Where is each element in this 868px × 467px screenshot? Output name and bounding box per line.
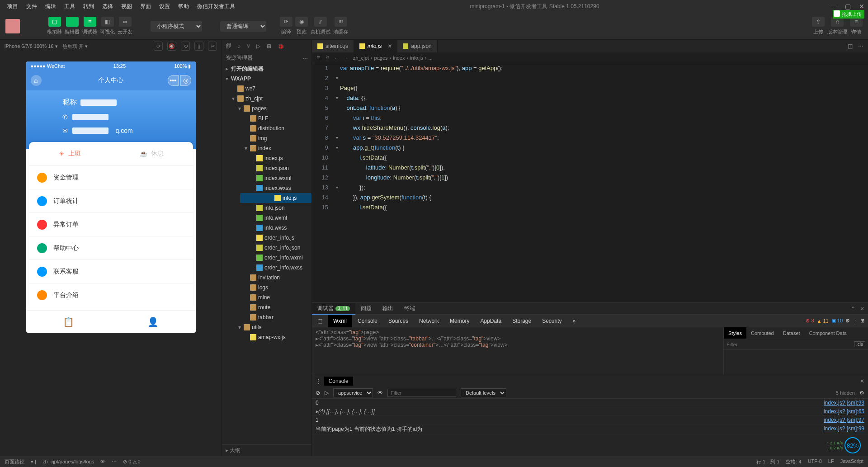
tree-utils[interactable]: ▾utils: [222, 322, 311, 332]
tool-版本管理[interactable]: ⎌版本管理: [827, 17, 847, 35]
ext-icon[interactable]: ⊞: [267, 43, 271, 49]
more-icon[interactable]: ⋯: [302, 55, 308, 61]
menu-选择[interactable]: 选择: [99, 1, 117, 12]
tree-pages[interactable]: ▾pages: [222, 104, 311, 113]
close-icon[interactable]: ✕: [859, 3, 864, 10]
tool-可视化[interactable]: ◧可视化: [100, 17, 115, 35]
more-icon[interactable]: ⋯: [112, 459, 117, 465]
mode-select[interactable]: 小程序模式: [151, 21, 202, 32]
phone-item-联系客服[interactable]: 联系客服: [29, 259, 193, 283]
rotate-icon[interactable]: ⟲: [181, 42, 190, 51]
tree-index.wxml[interactable]: index.wxml: [222, 173, 311, 183]
tree-info.js[interactable]: info.js: [240, 193, 311, 203]
tree-BLE[interactable]: BLE: [222, 113, 311, 123]
fwd-icon[interactable]: →: [344, 55, 349, 61]
tree-mine[interactable]: mine: [222, 292, 311, 302]
devtop-输出[interactable]: 输出: [377, 303, 399, 315]
chevron-up-icon[interactable]: ⌃: [851, 306, 855, 312]
outline-section[interactable]: ▸ 大纲: [222, 444, 311, 456]
page-path-label[interactable]: 页面路径: [5, 458, 24, 465]
tree-index.json[interactable]: index.json: [222, 163, 311, 173]
console-filter-input[interactable]: [387, 389, 456, 397]
home-icon[interactable]: ⌂: [31, 75, 42, 86]
files-icon[interactable]: 🗐: [226, 43, 231, 49]
stop-icon[interactable]: ⊘: [316, 390, 320, 396]
more-icon[interactable]: ⋯: [858, 43, 863, 49]
mute-icon[interactable]: 🔇: [167, 42, 176, 51]
tabbar-home-icon[interactable]: 📋: [26, 311, 111, 333]
gear-icon[interactable]: ⚙: [859, 390, 864, 396]
indent[interactable]: 空格: 4: [786, 458, 801, 465]
split-icon[interactable]: ◫: [848, 43, 853, 49]
tool-上传[interactable]: ⇪上传: [812, 17, 825, 35]
open-editors-section[interactable]: ▸打开的编辑器: [222, 64, 311, 74]
tree-order_info.wxss[interactable]: order_info.wxss: [222, 263, 311, 273]
levels-select[interactable]: Default levels: [461, 388, 506, 397]
eol[interactable]: LF: [828, 458, 834, 465]
search-icon[interactable]: ⌕: [237, 43, 241, 49]
console-menu-icon[interactable]: ⋮: [316, 378, 321, 384]
tree-order_info.json[interactable]: order_info.json: [222, 243, 311, 253]
inspector-icon[interactable]: ⬚: [312, 315, 328, 327]
tree-we7[interactable]: we7: [222, 84, 311, 94]
code-lines[interactable]: var amapFile = require("../../utils/amap…: [340, 63, 868, 302]
menu-微信开发者工具[interactable]: 微信开发者工具: [193, 1, 239, 12]
styles-filter-input[interactable]: [726, 342, 854, 347]
menu-icon[interactable]: ⋮: [853, 318, 858, 324]
capsule-menu-icon[interactable]: •••: [168, 75, 179, 86]
cursor-pos[interactable]: 行 1，列 1: [756, 458, 779, 465]
devtab-Network[interactable]: Network: [414, 315, 444, 327]
cls-toggle[interactable]: .cls: [854, 341, 865, 347]
tree-index.wxss[interactable]: index.wxss: [222, 183, 311, 193]
play-icon[interactable]: ▷: [325, 390, 329, 396]
dock-icon[interactable]: ⊞: [860, 318, 864, 324]
menu-编辑[interactable]: 编辑: [42, 1, 60, 12]
menu-帮助[interactable]: 帮助: [175, 1, 193, 12]
tree-info.wxml[interactable]: info.wxml: [222, 213, 311, 223]
phone-item-资金管理[interactable]: 资金管理: [29, 165, 193, 189]
maximize-icon[interactable]: ▢: [845, 3, 851, 10]
tree-info.json[interactable]: info.json: [222, 203, 311, 213]
phone-item-订单统计[interactable]: 订单统计: [29, 189, 193, 212]
eye-icon[interactable]: 👁: [100, 459, 105, 464]
avatar[interactable]: [5, 19, 20, 33]
hot-reload-toggle[interactable]: 热重载 开 ▾: [62, 43, 88, 50]
encoding[interactable]: UTF-8: [808, 458, 822, 465]
device-icon[interactable]: ▯: [194, 42, 203, 51]
menu-设置[interactable]: 设置: [156, 1, 174, 12]
tree-route[interactable]: route: [222, 302, 311, 312]
phone-item-异常订单[interactable]: 异常订单: [29, 212, 193, 236]
tool-调试器[interactable]: ≡调试器: [82, 17, 97, 35]
device-select[interactable]: iPhone 6/7/8 100% 16 ▾: [5, 43, 58, 49]
tab-siteinfo.js[interactable]: siteinfo.js: [312, 40, 354, 52]
tree-order_info.wxml[interactable]: order_info.wxml: [222, 253, 311, 263]
devtab-Wxml[interactable]: Wxml: [328, 315, 352, 327]
tool-编辑器[interactable]: 编辑器: [65, 17, 80, 35]
context-select[interactable]: appservice: [333, 388, 373, 397]
tool-预览[interactable]: ◉预览: [295, 17, 308, 35]
back-icon[interactable]: ←: [334, 55, 339, 61]
tool-编译[interactable]: ⟳编译: [280, 17, 292, 35]
cut-icon[interactable]: ✂: [208, 42, 217, 51]
tool-详情[interactable]: ≡详情: [850, 17, 863, 35]
close-icon[interactable]: ✕: [387, 43, 392, 49]
console-output[interactable]: 0index.js? [sm]:93▸(4) [{…}, {…}, {…}, {…: [312, 399, 868, 456]
refresh-icon[interactable]: ⟳: [154, 42, 163, 51]
tree-Invitation[interactable]: Invitation: [222, 273, 311, 283]
minimize-icon[interactable]: —: [830, 3, 837, 10]
wxml-tree[interactable]: <"attr">class="tag">page>▸<"attr">class=…: [312, 327, 723, 375]
wxapp-section[interactable]: ▾WXAPP: [222, 74, 311, 84]
fold-column[interactable]: ▾▾▾▾▾: [334, 63, 340, 302]
menu-工具[interactable]: 工具: [61, 1, 79, 12]
devtop-问题[interactable]: 问题: [355, 303, 377, 315]
bug-icon[interactable]: 🐞: [278, 43, 284, 49]
menu-文件[interactable]: 文件: [23, 1, 41, 12]
tree-img[interactable]: img: [222, 133, 311, 143]
devtab-more-icon[interactable]: »: [567, 315, 581, 327]
eye-icon[interactable]: 👁: [377, 390, 383, 396]
phone-item-平台介绍[interactable]: 平台介绍: [29, 283, 193, 307]
tab-work[interactable]: ☀ 上班: [29, 142, 111, 165]
devtab-Console[interactable]: Console: [352, 315, 383, 327]
styletab-Dataset[interactable]: Dataset: [778, 327, 805, 339]
lang[interactable]: JavaScript: [840, 458, 863, 465]
